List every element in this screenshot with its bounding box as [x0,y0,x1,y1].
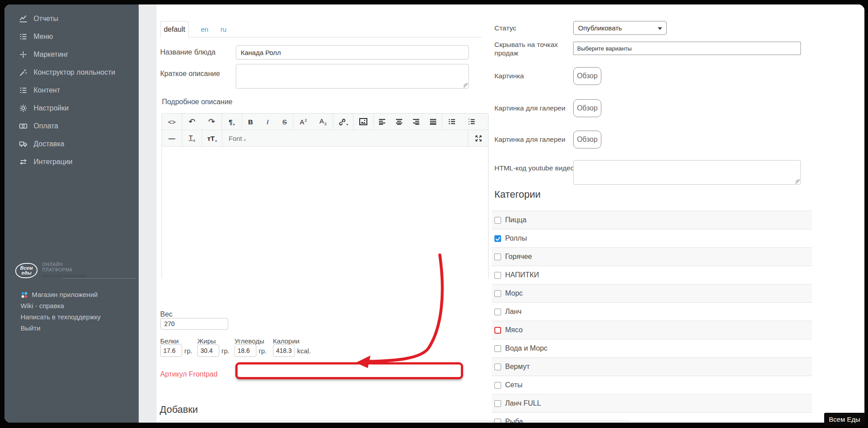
fat-unit: гр. [221,347,230,355]
gallery-image-label: Картинка для галереи [494,104,571,112]
align-right-button[interactable] [408,114,425,130]
unordered-list-button[interactable] [442,114,462,130]
sidebar-item-content[interactable]: Контент [4,81,139,99]
font-family-dropdown[interactable]: Font▾ [222,130,252,146]
sidebar-item-marketing[interactable]: Маркетинг [4,46,139,64]
insert-image-button[interactable] [353,114,373,130]
paragraph-format-button[interactable]: ¶▾ [222,114,242,130]
category-row-drinks[interactable]: НАПИТКИ [492,266,812,284]
category-row-fish[interactable]: Рыба [492,413,812,423]
sidebar-item-delivery[interactable]: Доставка [4,135,139,153]
sidebar-link-logout[interactable]: Выйти [21,322,101,334]
category-row-hot[interactable]: Горячее [492,248,812,266]
checkbox[interactable] [494,290,501,297]
sidebar-link-appstore[interactable]: Магазин приложений [21,289,101,300]
checkbox[interactable] [494,272,501,279]
checkbox[interactable] [494,400,501,407]
fat-label: Жиры [197,337,216,345]
category-row-vermut[interactable]: Вермут [492,358,812,376]
checkbox[interactable] [494,382,501,389]
truck-icon [19,140,27,148]
youtube-label: HTML-код youtube видео [494,164,575,172]
carbs-input[interactable] [234,344,256,357]
gallery-browse-button-2[interactable]: Обзор [573,131,601,148]
protein-label: Белки [160,337,179,345]
category-row-water[interactable]: Вода и Морс [492,339,812,358]
checkbox[interactable] [494,419,501,423]
hide-points-placeholder: Выберите варианты [577,45,632,52]
category-row-lunch-full[interactable]: Ланч FULL [492,394,812,413]
dish-name-input[interactable] [236,45,469,59]
logo-badge: Всем еды [15,263,38,278]
redo-button[interactable]: ↷ [202,114,221,130]
checkbox[interactable] [494,254,501,260]
undo-button[interactable]: ↶ [182,114,202,130]
align-center-button[interactable] [391,114,408,130]
font-size-icon: тT [207,135,215,142]
weight-input[interactable] [160,318,228,330]
insert-link-button[interactable]: ▾ [333,114,353,130]
logo-badge-line1: Всем [20,266,33,271]
frontpad-article-input[interactable] [235,362,463,379]
short-desc-label: Краткое описание [160,70,220,78]
category-row-rolls[interactable]: Роллы [492,229,812,248]
align-left-button[interactable] [374,114,391,130]
tab-en[interactable]: en [201,25,208,33]
category-label: Ланч FULL [505,399,541,407]
calories-input[interactable] [273,344,295,357]
frontpad-article-label: Артикул Frontpad [160,370,217,378]
category-row-mors[interactable]: Морс [492,284,812,303]
category-row-sets[interactable]: Сеты [492,376,812,394]
image-browse-button[interactable]: Обзор [573,67,601,85]
sidebar-item-integrations[interactable]: Интеграции [4,153,139,171]
superscript-button[interactable]: A2 [294,114,313,130]
sidebar-item-settings[interactable]: Настройки [4,99,139,117]
additives-heading: Добавки [160,404,198,415]
italic-button[interactable]: I [259,114,276,130]
checkbox[interactable] [494,345,501,352]
rich-text-editor: <> ↶ ↷ ¶▾ B I S A2 A2 ▾ [162,113,489,280]
ordered-list-button[interactable] [462,114,481,130]
checkbox[interactable] [494,217,501,224]
carbs-unit: гр. [259,347,267,355]
fullscreen-button[interactable] [468,130,488,146]
subscript-button[interactable]: A2 [313,114,333,130]
sidebar-item-payment[interactable]: Оплата [4,117,139,135]
horizontal-rule-button[interactable]: — [162,130,182,146]
sidebar-link-wiki[interactable]: Wiki - справка [21,300,101,311]
checkbox[interactable] [494,364,501,370]
protein-input[interactable] [160,344,182,357]
category-row-meat[interactable]: Мясо [492,321,812,339]
sidebar-item-menu[interactable]: Меню [4,28,139,46]
font-size-button[interactable]: тT▾ [202,130,222,146]
checkbox[interactable] [494,309,501,315]
editor-content-area[interactable] [162,147,488,280]
align-justify-button[interactable] [425,114,442,130]
tab-default[interactable]: default [160,21,189,38]
tab-ru[interactable]: ru [221,25,226,33]
hide-points-multiselect[interactable]: Выберите варианты [573,42,801,55]
category-row-lunch[interactable]: Ланч [492,303,812,321]
sidebar-link-support[interactable]: Написать в техподдержку [21,311,101,322]
status-select[interactable]: Опубликовать [573,21,667,35]
strikethrough-button[interactable]: S [276,114,293,130]
code-view-button[interactable]: <> [162,114,182,130]
gallery-browse-button[interactable]: Обзор [573,99,601,117]
category-row-pizza[interactable]: Пицца [492,211,812,229]
clear-formatting-icon: Tx [189,134,196,143]
sidebar-item-reports[interactable]: Отчеты [4,10,139,28]
checkbox[interactable] [494,327,501,334]
undo-icon: ↶ [188,117,195,127]
bold-button[interactable]: B [242,114,259,130]
short-desc-textarea[interactable] [236,64,469,89]
chevron-down-icon: ▾ [346,123,348,127]
image-icon [359,118,367,125]
youtube-textarea[interactable] [573,160,801,185]
fat-input[interactable] [197,344,219,357]
sidebar-item-loyalty[interactable]: Конструктор лояльности [4,64,139,81]
checkbox[interactable] [494,235,501,242]
sidebar-item-label: Оплата [34,122,58,130]
chart-line-icon [19,15,27,23]
clear-formatting-button[interactable]: Tx [182,130,202,146]
watermark-badge: Всем Еды [824,413,865,425]
